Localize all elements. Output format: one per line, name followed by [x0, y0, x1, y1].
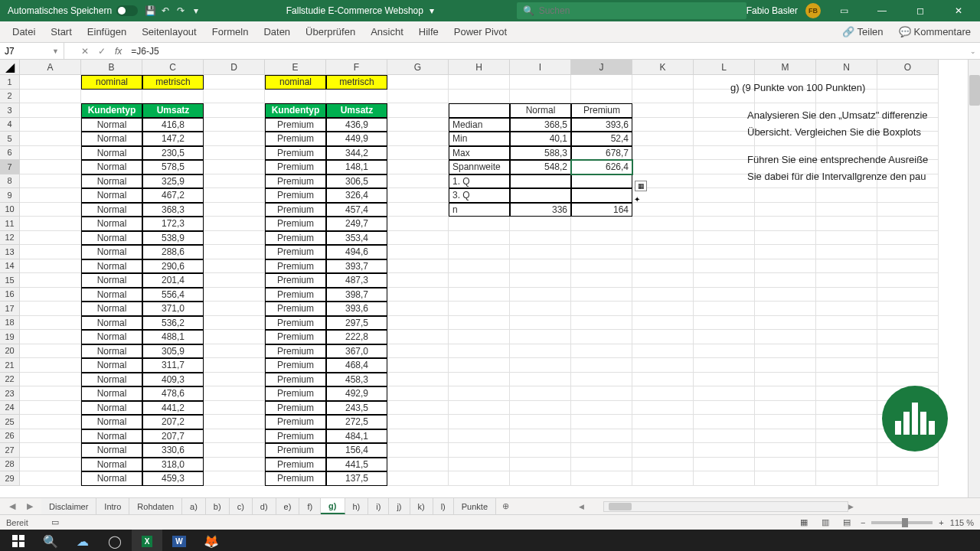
- user-avatar[interactable]: FB: [805, 3, 821, 18]
- col-header-N[interactable]: N: [816, 60, 877, 75]
- cell[interactable]: [510, 245, 571, 259]
- start-button[interactable]: [3, 530, 34, 551]
- cell[interactable]: Normal: [81, 245, 142, 259]
- cell[interactable]: [204, 245, 265, 259]
- cell[interactable]: [20, 458, 81, 472]
- cell[interactable]: [632, 330, 694, 344]
- cell[interactable]: [204, 330, 265, 344]
- cell[interactable]: Normal: [81, 429, 142, 444]
- cell[interactable]: [632, 429, 694, 444]
- cell[interactable]: [204, 302, 265, 316]
- cell[interactable]: Premium: [265, 174, 326, 189]
- cell[interactable]: Min: [449, 132, 510, 146]
- cell[interactable]: [20, 174, 81, 189]
- sheet-tab-g[interactable]: g): [321, 498, 345, 514]
- ribbon-tab-start[interactable]: Start: [43, 21, 79, 42]
- cell[interactable]: Premium: [265, 160, 326, 174]
- cell[interactable]: [204, 443, 265, 458]
- cell[interactable]: [694, 259, 755, 274]
- cell[interactable]: [449, 358, 510, 373]
- cell[interactable]: [877, 373, 939, 387]
- cell[interactable]: Umsatz: [326, 103, 387, 118]
- cell[interactable]: [571, 231, 632, 246]
- cell[interactable]: [387, 160, 449, 174]
- row-header-17[interactable]: 17: [0, 302, 20, 316]
- ribbon-tab-seitenlayout[interactable]: Seitenlayout: [134, 21, 204, 42]
- cell[interactable]: 172,3: [142, 217, 204, 231]
- ribbon-tab-ansicht[interactable]: Ansicht: [363, 21, 411, 42]
- cell[interactable]: [694, 358, 755, 373]
- cell[interactable]: 288,6: [142, 245, 204, 259]
- cell[interactable]: 468,4: [326, 358, 387, 373]
- cell[interactable]: Normal: [81, 132, 142, 146]
- cell[interactable]: [816, 273, 877, 288]
- cell[interactable]: 290,6: [142, 259, 204, 274]
- cell[interactable]: 368,5: [510, 118, 571, 132]
- cell[interactable]: 398,7: [326, 288, 387, 302]
- cell[interactable]: 393,7: [326, 259, 387, 274]
- cell[interactable]: [571, 344, 632, 359]
- cell[interactable]: 243,5: [326, 401, 387, 416]
- cell[interactable]: 137,5: [326, 471, 387, 486]
- cell[interactable]: [510, 217, 571, 231]
- cell[interactable]: [449, 316, 510, 331]
- qat-more-icon[interactable]: ▾: [188, 3, 204, 18]
- cell[interactable]: [632, 118, 694, 132]
- row-header-3[interactable]: 3: [0, 103, 20, 118]
- cell[interactable]: [755, 415, 816, 429]
- cell[interactable]: [387, 245, 449, 259]
- cell[interactable]: [816, 259, 877, 274]
- cell[interactable]: [204, 358, 265, 373]
- cell[interactable]: 40,1: [510, 132, 571, 146]
- cell[interactable]: 222,8: [326, 330, 387, 344]
- cell[interactable]: [387, 217, 449, 231]
- cell[interactable]: [694, 245, 755, 259]
- cell[interactable]: [449, 458, 510, 472]
- cell[interactable]: [632, 302, 694, 316]
- cell[interactable]: [204, 203, 265, 217]
- col-header-E[interactable]: E: [265, 60, 326, 75]
- smart-tag-icon[interactable]: ▦: [635, 181, 647, 191]
- row-header-4[interactable]: 4: [0, 118, 20, 132]
- cell[interactable]: [571, 386, 632, 401]
- ribbon-tab-überprüfen[interactable]: Überprüfen: [298, 21, 363, 42]
- cell[interactable]: [204, 103, 265, 118]
- cell[interactable]: [510, 443, 571, 458]
- cell[interactable]: [204, 373, 265, 387]
- row-header-29[interactable]: 29: [0, 471, 20, 486]
- cell[interactable]: [877, 217, 939, 231]
- ribbon-tab-datei[interactable]: Datei: [5, 21, 43, 42]
- col-header-C[interactable]: C: [142, 60, 204, 75]
- cell[interactable]: [204, 344, 265, 359]
- cell[interactable]: [632, 415, 694, 429]
- cell[interactable]: [387, 146, 449, 161]
- cell[interactable]: [632, 245, 694, 259]
- cell[interactable]: [387, 302, 449, 316]
- cell[interactable]: [510, 415, 571, 429]
- cell[interactable]: [510, 273, 571, 288]
- cell[interactable]: [142, 90, 204, 104]
- cell[interactable]: [571, 471, 632, 486]
- cell[interactable]: [694, 386, 755, 401]
- cell[interactable]: Normal: [81, 174, 142, 189]
- cell[interactable]: [632, 358, 694, 373]
- cell[interactable]: [632, 471, 694, 486]
- cell[interactable]: Premium: [265, 288, 326, 302]
- save-icon[interactable]: 💾: [142, 3, 158, 18]
- cell[interactable]: Normal: [81, 188, 142, 203]
- cell[interactable]: [510, 358, 571, 373]
- cell[interactable]: [816, 288, 877, 302]
- cell[interactable]: [20, 188, 81, 203]
- cell[interactable]: nominal: [265, 75, 326, 90]
- cell[interactable]: 436,9: [326, 118, 387, 132]
- cell[interactable]: 367,0: [326, 344, 387, 359]
- cell[interactable]: [571, 259, 632, 274]
- cell[interactable]: [632, 273, 694, 288]
- cell[interactable]: [816, 188, 877, 203]
- cell[interactable]: [449, 302, 510, 316]
- cell[interactable]: Kundentyp: [81, 103, 142, 118]
- select-all-corner[interactable]: ◢: [0, 60, 20, 75]
- row-header-11[interactable]: 11: [0, 217, 20, 231]
- sheet-tab-f[interactable]: f): [299, 498, 321, 514]
- cell[interactable]: 353,4: [326, 231, 387, 246]
